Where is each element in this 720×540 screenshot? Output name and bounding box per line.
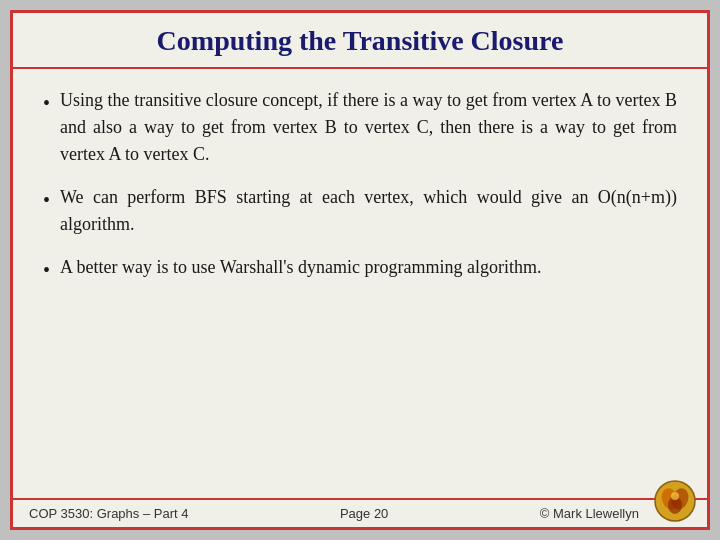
slide-title: Computing the Transitive Closure — [33, 25, 687, 57]
bullet-text-3: A better way is to use Warshall's dynami… — [60, 254, 541, 281]
slide-footer: COP 3530: Graphs – Part 4 Page 20 © Mark… — [13, 498, 707, 527]
bullet-dot-1: • — [43, 89, 50, 117]
bullet-item-3: • A better way is to use Warshall's dyna… — [43, 254, 677, 284]
slide: Computing the Transitive Closure • Using… — [10, 10, 710, 530]
slide-body: • Using the transitive closure concept, … — [13, 69, 707, 498]
bullet-text-1: Using the transitive closure concept, if… — [60, 87, 677, 168]
svg-point-4 — [671, 492, 679, 500]
footer-right: © Mark Llewellyn — [540, 506, 639, 521]
bullet-item-2: • We can perform BFS starting at each ve… — [43, 184, 677, 238]
footer-center: Page 20 — [340, 506, 388, 521]
bullet-dot-2: • — [43, 186, 50, 214]
bullet-item-1: • Using the transitive closure concept, … — [43, 87, 677, 168]
bullet-dot-3: • — [43, 256, 50, 284]
slide-header: Computing the Transitive Closure — [13, 13, 707, 69]
footer-left: COP 3530: Graphs – Part 4 — [29, 506, 188, 521]
footer-logo — [653, 479, 697, 523]
bullet-text-2: We can perform BFS starting at each vert… — [60, 184, 677, 238]
